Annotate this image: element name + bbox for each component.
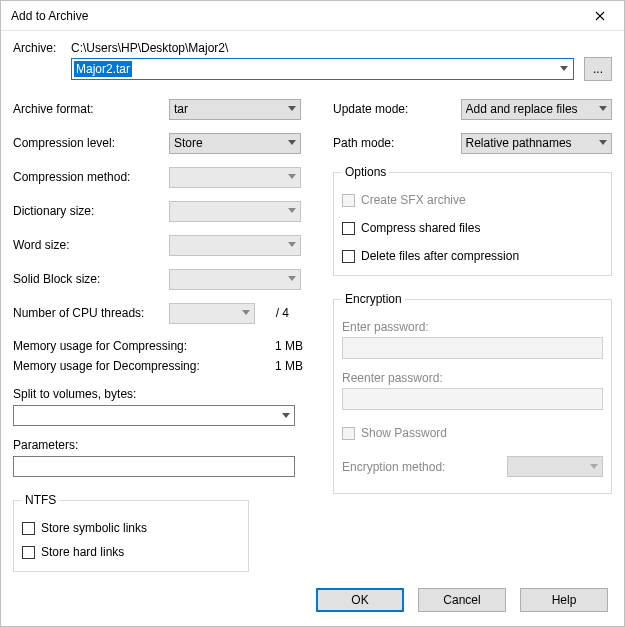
right-column: Update mode: Add and replace files Path …	[333, 87, 612, 572]
reenter-password-input	[342, 388, 603, 410]
path-mode-combo[interactable]: Relative pathnames	[461, 133, 612, 154]
left-column: Archive format: tar Compression level: S…	[13, 87, 313, 572]
solid-block-size-label: Solid Block size:	[13, 272, 169, 286]
help-button[interactable]: Help	[520, 588, 608, 612]
compress-shared-label: Compress shared files	[361, 221, 480, 235]
split-volumes-combo[interactable]	[13, 405, 295, 426]
parameters-input[interactable]	[13, 456, 295, 477]
encryption-method-combo	[507, 456, 603, 477]
button-row: OK Cancel Help	[1, 574, 624, 626]
memory-compress-label: Memory usage for Compressing:	[13, 339, 187, 353]
memory-compress-value: 1 MB	[275, 339, 303, 353]
close-icon	[595, 11, 605, 21]
archive-path-row: Archive: C:\Users\HP\Desktop\Major2\	[13, 41, 612, 55]
memory-decompress-label: Memory usage for Decompressing:	[13, 359, 200, 373]
compression-method-label: Compression method:	[13, 170, 169, 184]
split-volumes-label: Split to volumes, bytes:	[13, 387, 313, 401]
options-group: Options Create SFX archive Compress shar…	[333, 165, 612, 276]
close-button[interactable]	[578, 2, 622, 30]
cpu-threads-total: / 4	[261, 306, 289, 320]
dictionary-size-label: Dictionary size:	[13, 204, 169, 218]
archive-format-label: Archive format:	[13, 102, 169, 116]
delete-after-label: Delete files after compression	[361, 249, 519, 263]
cpu-threads-label: Number of CPU threads:	[13, 306, 169, 320]
cancel-button[interactable]: Cancel	[418, 588, 506, 612]
word-size-label: Word size:	[13, 238, 169, 252]
update-mode-combo[interactable]: Add and replace files	[461, 99, 612, 120]
content-area: Archive: C:\Users\HP\Desktop\Major2\ Maj…	[1, 31, 624, 574]
store-symlinks-label: Store symbolic links	[41, 521, 147, 535]
encryption-legend: Encryption	[342, 292, 405, 306]
path-mode-label: Path mode:	[333, 136, 461, 150]
compress-shared-checkbox[interactable]	[342, 222, 355, 235]
encryption-group: Encryption Enter password: Reenter passw…	[333, 292, 612, 494]
create-sfx-label: Create SFX archive	[361, 193, 466, 207]
compression-method-combo[interactable]	[169, 167, 301, 188]
cpu-threads-combo[interactable]	[169, 303, 255, 324]
store-symlinks-checkbox[interactable]	[22, 522, 35, 535]
archive-format-combo[interactable]: tar	[169, 99, 301, 120]
archive-label: Archive:	[13, 41, 71, 55]
archive-name-combo[interactable]: Major2.tar	[71, 58, 574, 80]
ntfs-legend: NTFS	[22, 493, 59, 507]
options-legend: Options	[342, 165, 389, 179]
window-title: Add to Archive	[11, 9, 88, 23]
dictionary-size-combo[interactable]	[169, 201, 301, 222]
store-hardlinks-label: Store hard links	[41, 545, 124, 559]
solid-block-size-combo[interactable]	[169, 269, 301, 290]
compression-level-label: Compression level:	[13, 136, 169, 150]
ntfs-group: NTFS Store symbolic links Store hard lin…	[13, 493, 249, 572]
show-password-label: Show Password	[361, 426, 447, 440]
show-password-checkbox	[342, 427, 355, 440]
enter-password-input	[342, 337, 603, 359]
reenter-password-label: Reenter password:	[342, 371, 603, 385]
parameters-label: Parameters:	[13, 438, 313, 452]
word-size-combo[interactable]	[169, 235, 301, 256]
memory-decompress-value: 1 MB	[275, 359, 303, 373]
store-hardlinks-checkbox[interactable]	[22, 546, 35, 559]
dialog-window: Add to Archive Archive: C:\Users\HP\Desk…	[0, 0, 625, 627]
delete-after-checkbox[interactable]	[342, 250, 355, 263]
create-sfx-checkbox	[342, 194, 355, 207]
ok-button[interactable]: OK	[316, 588, 404, 612]
titlebar: Add to Archive	[1, 1, 624, 31]
encryption-method-label: Encryption method:	[342, 460, 445, 474]
archive-name-value: Major2.tar	[74, 61, 132, 77]
chevron-down-icon[interactable]	[555, 59, 573, 79]
compression-level-combo[interactable]: Store	[169, 133, 301, 154]
browse-button[interactable]: ...	[584, 57, 612, 81]
update-mode-label: Update mode:	[333, 102, 461, 116]
archive-path: C:\Users\HP\Desktop\Major2\	[71, 41, 228, 55]
enter-password-label: Enter password:	[342, 320, 603, 334]
